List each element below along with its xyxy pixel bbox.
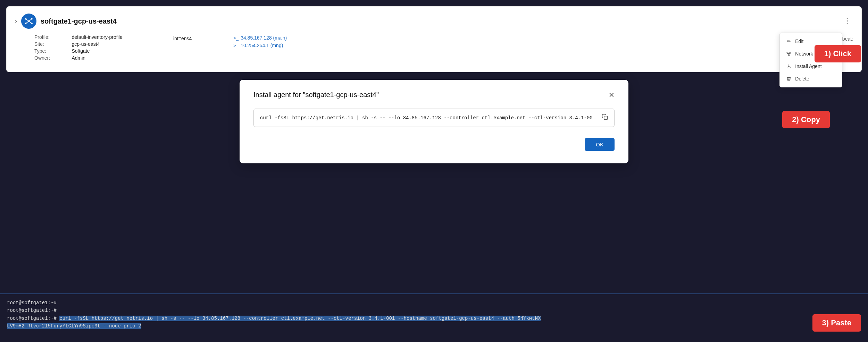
- type-value: Softgate: [72, 48, 139, 54]
- terminal-prompt-prefix: root@softgate1:~#: [7, 316, 59, 321]
- modal-close-button[interactable]: ✕: [609, 92, 615, 99]
- site-value: gcp-us-east4: [72, 41, 139, 47]
- menu-install-agent-label: Install Agent: [795, 63, 821, 69]
- softgate-icon: [21, 14, 36, 29]
- terminal-command-cont: LV9mH2mRtvcr215FuryYtGlYn9Sipc3t --node-…: [7, 323, 141, 329]
- terminal-arrow-icon-2: >_: [233, 43, 239, 48]
- command-text: curl -fsSL https://get.netris.io | sh -s…: [260, 115, 598, 121]
- more-options-button[interactable]: ⋮: [843, 16, 851, 25]
- menu-edit-label: Edit: [795, 39, 803, 44]
- modal-title: Install agent for "softgate1-gcp-us-east…: [253, 91, 379, 99]
- svg-line-5: [26, 19, 29, 22]
- svg-line-7: [26, 21, 29, 24]
- menu-delete-label: Delete: [795, 76, 809, 82]
- trash-icon: [786, 76, 792, 82]
- install-agent-modal: Install agent for "softgate1-gcp-us-east…: [240, 80, 628, 163]
- ip-section: >_ 34.85.167.128 (main) >_ 10.254.254.1 …: [233, 34, 287, 48]
- svg-rect-9: [787, 52, 788, 53]
- ip-main: 34.85.167.128 (main): [241, 35, 287, 41]
- ip-item-mng[interactable]: >_ 10.254.254.1 (mng): [233, 43, 287, 48]
- meta-section: Profile: default-inventory-profile Site:…: [34, 34, 139, 61]
- copy-button[interactable]: [602, 114, 608, 122]
- profile-label: Profile:: [34, 34, 66, 40]
- interface-value: int=ens4: [173, 36, 192, 41]
- svg-rect-11: [788, 55, 790, 55]
- modal-header: Install agent for "softgate1-gcp-us-east…: [253, 91, 615, 99]
- command-box: curl -fsSL https://get.netris.io | sh -s…: [253, 109, 615, 127]
- ok-button[interactable]: OK: [585, 138, 615, 151]
- svg-rect-10: [790, 52, 791, 53]
- network-icon: [24, 17, 33, 26]
- copy-badge: 2) Copy: [782, 111, 830, 128]
- modal-footer: OK: [253, 138, 615, 151]
- expand-chevron-icon[interactable]: ›: [15, 18, 17, 25]
- terminal-line-1: root@softgate1:~#: [7, 299, 861, 307]
- network-interfaces-icon: [786, 51, 792, 57]
- terminal-command-highlighted: curl -fsSL https://get.netris.io | sh -s…: [59, 316, 541, 321]
- paste-badge: 3) Paste: [812, 314, 861, 332]
- owner-value: Admin: [72, 55, 139, 61]
- terminal-line-2: root@softgate1:~#: [7, 307, 861, 314]
- owner-label: Owner:: [34, 55, 66, 61]
- click-badge: 1) Click: [815, 45, 861, 62]
- interface-section: int=ens4: [173, 34, 192, 41]
- terminal: root@softgate1:~# root@softgate1:~# root…: [0, 293, 868, 342]
- svg-rect-13: [604, 116, 608, 120]
- card-body: Profile: default-inventory-profile Site:…: [15, 34, 853, 61]
- terminal-arrow-icon: >_: [233, 35, 239, 41]
- terminal-line-3: root@softgate1:~# curl -fsSL https://get…: [7, 315, 861, 322]
- menu-item-delete[interactable]: Delete: [780, 72, 842, 85]
- card-header: › softgate1-gcp-us-east4: [15, 14, 853, 29]
- device-name: softgate1-gcp-us-east4: [41, 17, 117, 25]
- terminal-line-4: LV9mH2mRtvcr215FuryYtGlYn9Sipc3t --node-…: [7, 322, 861, 330]
- svg-line-6: [29, 19, 32, 22]
- type-label: Type:: [34, 48, 66, 54]
- device-card: › softgate1-gcp-us-east4 Profile: defaul…: [6, 6, 862, 72]
- pencil-icon: ✏: [786, 39, 792, 44]
- svg-line-8: [29, 21, 32, 24]
- download-icon: [786, 63, 792, 69]
- ip-mng: 10.254.254.1 (mng): [241, 43, 283, 48]
- site-label: Site:: [34, 41, 66, 47]
- profile-value: default-inventory-profile: [72, 34, 139, 40]
- ip-item-main[interactable]: >_ 34.85.167.128 (main): [233, 35, 287, 41]
